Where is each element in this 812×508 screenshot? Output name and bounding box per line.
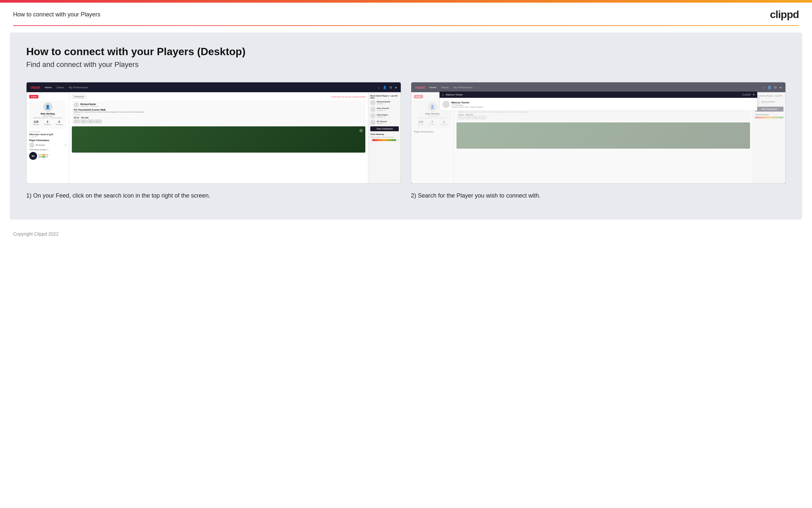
- active-player-2: Piers Parnell Activities: 4: [370, 107, 399, 112]
- player-avatar-eli: [29, 142, 35, 148]
- tag-arg: ARG: [88, 120, 94, 123]
- profile-name: Blair McHarg: [31, 113, 65, 115]
- nav-teams[interactable]: Teams: [56, 86, 64, 89]
- close-button[interactable]: ×: [753, 93, 755, 96]
- stat-activities-2: 129 Activities: [418, 120, 424, 125]
- nav-teams-2: Teams: [441, 86, 449, 89]
- app-body-1: Feed 👤 Blair McHarg Golf Coach Mill Ride…: [27, 92, 401, 183]
- search-icon-2: ⌕: [763, 86, 765, 89]
- team-dashboard-button[interactable]: Team Dashboard: [370, 126, 399, 131]
- profile-name-2: Blair McHarg: [415, 113, 449, 115]
- user-icon[interactable]: 👤: [383, 86, 387, 89]
- app-ui-1: clippd Home Teams My Performance ⌕ 👤 ⚙ ●: [27, 82, 401, 183]
- app-nav-1: clippd Home Teams My Performance ⌕ 👤 ⚙ ●: [27, 82, 401, 92]
- settings-icon-2: ⚙: [774, 86, 777, 89]
- settings-icon[interactable]: ⚙: [389, 86, 392, 89]
- player-avatar-piers: [370, 107, 376, 112]
- stat-activities: 129 Activities: [33, 120, 39, 125]
- search-icon-overlay: ⌕: [442, 93, 444, 96]
- feed-tab[interactable]: Feed: [29, 95, 38, 98]
- player-info-eli2: Eli Vincent Activities: 1: [377, 120, 387, 124]
- clear-button[interactable]: CLEAR: [743, 93, 751, 96]
- avatar-nav[interactable]: ●: [395, 86, 397, 89]
- nav-performance[interactable]: My Performance: [68, 86, 88, 89]
- caption-1: 1) On your Feed, click on the search ico…: [26, 192, 401, 200]
- profile-club-2: Mill Ride Golf Club, United Kingdom: [415, 117, 449, 119]
- nav-icons: ⌕ 👤 ⚙ ●: [378, 86, 397, 89]
- active-player-1: Richard Butler Activities: 7: [370, 100, 399, 105]
- followers-label: Followers: [44, 123, 51, 125]
- active-p-1: Richard Butler Activities: 7: [755, 100, 783, 105]
- followers-count: 3: [44, 120, 51, 123]
- following-button[interactable]: Following ▾: [72, 95, 87, 99]
- search-result[interactable]: Marcus Turner 1-5 Handicap Cypress Point…: [439, 98, 758, 111]
- nav-performance-2: My Performance: [453, 86, 473, 89]
- stats-row-2: 129 Activities 3 Followers 4: [415, 120, 449, 125]
- search-icon[interactable]: ⌕: [378, 86, 380, 89]
- photo-watermark: [360, 129, 363, 132]
- activity-location: Yesterday - The Grove: [80, 105, 98, 107]
- search-result-info: Marcus Turner 1-5 Handicap Cypress Point…: [451, 101, 483, 108]
- app-row: APP 70: [38, 156, 48, 158]
- app-bar: [42, 156, 45, 158]
- search-input[interactable]: Marcus Turner: [446, 93, 741, 96]
- heatmap-bar: [372, 139, 396, 141]
- app-left-panel: Feed 👤 Blair McHarg Golf Coach Mill Ride…: [27, 92, 69, 183]
- activity-duration-2: 02 hr : 00 min: [459, 114, 748, 116]
- activities-count: 129: [33, 120, 39, 123]
- followers-count-2: 3: [429, 120, 435, 123]
- app-right-2: Most Active Players - Last 30 days Richa…: [753, 92, 785, 183]
- player-performance-label: Player Performance: [29, 139, 66, 141]
- activity-user-name: Richard Butler: [80, 103, 98, 105]
- nav-home[interactable]: Home: [45, 86, 51, 89]
- user-icon-2: 👤: [767, 86, 771, 89]
- copyright: Copyright Clippd 2022: [13, 231, 59, 237]
- activities-label: Activities: [33, 123, 39, 125]
- player-meta-piers: Activities: 4: [377, 109, 389, 111]
- control-link[interactable]: Control who can see your activity and da…: [331, 96, 365, 98]
- avatar-nav-2: ●: [779, 86, 781, 89]
- tpq-details: OTT 79 APP 70: [38, 154, 48, 158]
- activities-label-2: Activities: [418, 123, 424, 125]
- active-player-3: Hiral Pujara Activities: 3: [370, 113, 399, 119]
- tpq-label: Total Player Quality ⓘ: [29, 148, 66, 151]
- main-heading: How to connect with your Players (Deskto…: [26, 46, 786, 58]
- caption-2: 2) Search for the Player you wish to con…: [411, 192, 786, 200]
- activity-title: Pre Tournament Course Walk: [74, 109, 363, 111]
- dropdown-icon[interactable]: ▾: [65, 144, 66, 147]
- player-performance-row: Eli Vincent ▾: [29, 142, 66, 148]
- heatmap-row: -5 +5: [370, 139, 399, 141]
- tag-arg-2: ARG: [472, 116, 478, 119]
- player-meta-eli2: Activities: 1: [377, 122, 387, 124]
- search-result-name: Marcus Turner: [451, 101, 483, 104]
- feed-tab-2: Feed: [414, 95, 423, 98]
- tag-app: APP: [81, 120, 87, 123]
- tag-ott-2: OTT: [459, 116, 464, 119]
- app-val: 70: [46, 156, 48, 158]
- activities-count-2: 129: [418, 120, 424, 123]
- app-right-panel: Most Active Players - Last 30 days Richa…: [368, 92, 401, 183]
- player-avatar-hiral: [370, 113, 376, 119]
- meta-r2: Activities: 7: [762, 103, 775, 105]
- latest-activity-label: Latest Activity: [29, 131, 66, 133]
- tpq-score: 84: [29, 152, 37, 160]
- top-gradient-bar: [0, 0, 812, 3]
- activity-user-info: Richard Butler Yesterday - The Grove: [80, 103, 98, 107]
- avatar-main: 👤: [43, 102, 52, 112]
- logo-text: clippd: [770, 8, 799, 20]
- profile-card: 👤 Blair McHarg Golf Coach Mill Ride Golf…: [29, 100, 66, 129]
- activity-duration-label: Duration: [74, 114, 363, 116]
- header-title: How to connect with your Players: [13, 11, 100, 18]
- main-content: How to connect with your Players (Deskto…: [10, 33, 802, 219]
- player-info-richard: Richard Butler Activities: 7: [377, 101, 390, 105]
- player-avatar-eli2: [370, 120, 376, 125]
- info-r2: Richard Butler Activities: 7: [762, 101, 775, 105]
- stat-following: 4 Following: [56, 120, 63, 125]
- tag-app-2: APP: [465, 116, 471, 119]
- stats-row: 129 Activities 3 Followers 4: [31, 120, 65, 125]
- player-name-eli: Eli Vincent: [36, 144, 45, 146]
- most-active-title: Most Active Players - Last 30 days: [370, 95, 399, 99]
- tpq-row: 84 OTT 79 APP 70: [29, 152, 66, 160]
- activity-photo-2: [457, 122, 750, 149]
- player-meta-richard: Activities: 7: [377, 103, 390, 105]
